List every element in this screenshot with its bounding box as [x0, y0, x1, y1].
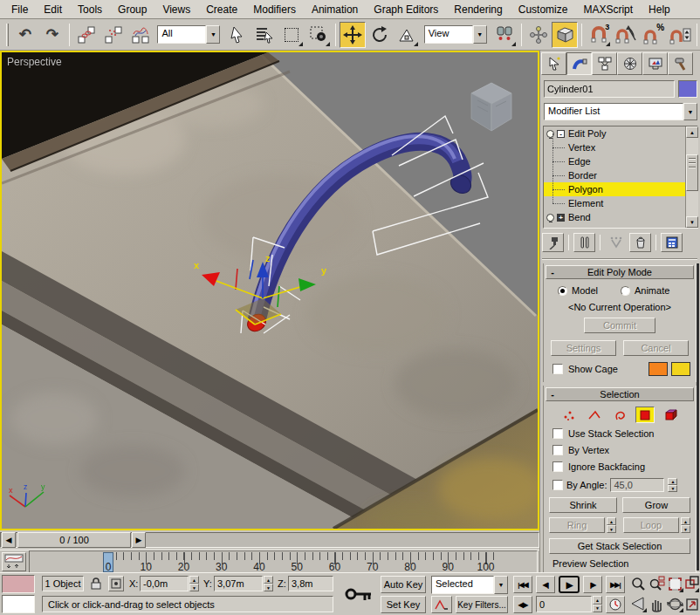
object-name-field[interactable] [544, 80, 675, 98]
window-crossing-toggle-button[interactable] [305, 22, 332, 48]
z-coordinate-field[interactable] [288, 576, 333, 591]
tab-utilities[interactable] [668, 52, 693, 75]
viewport-label[interactable]: Perspective [7, 56, 62, 68]
settings-button[interactable]: Settings [551, 340, 616, 356]
zoom-extents-button[interactable] [667, 576, 684, 593]
stack-scrollbar[interactable]: ▲ ▼ [685, 126, 698, 228]
menu-maxscript[interactable]: MAXScript [575, 1, 641, 18]
stack-item-border[interactable]: Border [544, 168, 697, 182]
x-spinner[interactable]: ▲▼ [189, 576, 199, 591]
show-cage-checkbox[interactable] [552, 364, 563, 374]
loop-spinner[interactable]: ▲▼ [681, 517, 690, 533]
angle-snap-toggle-button[interactable] [613, 22, 639, 48]
object-color-swatch[interactable] [678, 80, 697, 98]
macro-recorder-listener[interactable] [2, 575, 35, 593]
vertex-subobject-button[interactable] [559, 407, 579, 423]
select-by-name-button[interactable] [251, 22, 278, 48]
shrink-button[interactable]: Shrink [549, 497, 617, 513]
unlink-selection-button[interactable] [100, 22, 127, 48]
bind-to-space-warp-button[interactable] [127, 22, 154, 48]
select-and-rotate-button[interactable] [367, 22, 393, 48]
snaps-toggle-button[interactable]: 3 [586, 22, 612, 48]
current-frame-field[interactable] [536, 596, 592, 612]
previous-frame-button[interactable]: ◀| [536, 576, 555, 593]
auto-key-button[interactable]: Auto Key [381, 576, 426, 593]
zoom-all-button[interactable] [649, 576, 666, 593]
stack-scroll-up[interactable]: ▲ [686, 126, 698, 138]
expand-collapse-toggle[interactable]: + [557, 214, 565, 222]
tab-hierarchy[interactable] [592, 52, 617, 75]
menu-modifiers[interactable]: Modifiers [245, 1, 304, 18]
set-key-button[interactable]: Set Key [381, 596, 426, 613]
border-subobject-button[interactable] [610, 407, 629, 423]
default-tangent-button[interactable] [431, 596, 452, 613]
next-frame-button[interactable]: |▶ [583, 576, 602, 593]
absolute-offset-mode-toggle[interactable] [108, 576, 124, 591]
use-pivot-point-center-button[interactable] [491, 22, 518, 48]
select-and-move-button[interactable] [340, 22, 366, 48]
menu-help[interactable]: Help [641, 1, 678, 18]
commit-button[interactable]: Commit [584, 318, 655, 333]
remove-modifier-button[interactable] [629, 233, 651, 252]
next-frame-arrow[interactable]: ▶ [132, 532, 146, 548]
modifier-list-arrow[interactable]: ▼ [683, 103, 697, 120]
menu-group[interactable]: Group [110, 1, 154, 18]
ring-spinner[interactable]: ▲▼ [607, 517, 616, 533]
reference-coordinate-system-dropdown[interactable]: View ▼ [424, 25, 487, 44]
ring-button[interactable]: Ring [549, 517, 605, 533]
maxscript-mini-listener[interactable] [2, 595, 35, 613]
zoom-extents-all-button[interactable] [685, 576, 700, 593]
cage-color-swatch[interactable] [649, 362, 668, 376]
spinner-snap-toggle-button[interactable] [667, 22, 693, 48]
selection-rollout-title[interactable]: - Selection [546, 387, 694, 401]
stack-scroll-thumb[interactable] [686, 154, 698, 191]
play-button[interactable]: ▶ [559, 576, 580, 593]
radio-animate-dot[interactable] [621, 286, 630, 296]
pan-button[interactable] [649, 596, 666, 613]
tab-motion[interactable] [617, 52, 642, 75]
checkbox-box[interactable] [552, 428, 563, 439]
command-panel-scrollbar[interactable] [697, 263, 699, 571]
checkbox-box[interactable] [552, 445, 563, 455]
select-and-scale-button[interactable] [394, 22, 420, 48]
cancel-button[interactable]: Cancel [623, 340, 689, 356]
key-filter-dropdown[interactable]: Selected ▼ [431, 576, 508, 594]
by-angle-spinner[interactable]: ▲▼ [668, 478, 677, 492]
menu-animation[interactable]: Animation [304, 1, 366, 18]
selection-filter-dropdown[interactable]: All ▼ [157, 25, 220, 44]
key-filter-arrow[interactable]: ▼ [494, 576, 508, 594]
radio-animate[interactable]: Animate [621, 285, 669, 296]
make-unique-button[interactable] [605, 233, 627, 252]
menu-create[interactable]: Create [198, 1, 245, 18]
expand-collapse-toggle[interactable]: - [557, 130, 565, 138]
menu-edit[interactable]: Edit [36, 1, 70, 18]
rectangular-selection-region-button[interactable] [278, 22, 305, 48]
menu-views[interactable]: Views [154, 1, 198, 18]
stack-item-polygon[interactable]: Polygon [544, 182, 697, 196]
selection-filter-arrow[interactable]: ▼ [206, 25, 220, 44]
open-mini-curve-editor-button[interactable] [2, 552, 26, 571]
stack-item-vertex[interactable]: Vertex [544, 140, 697, 154]
percent-snap-toggle-button[interactable]: % [640, 22, 666, 48]
by-angle-field[interactable] [610, 478, 664, 492]
get-stack-selection-button[interactable]: Get Stack Selection [549, 538, 690, 554]
show-end-result-button[interactable] [573, 233, 595, 252]
previous-frame-arrow[interactable]: ◀ [2, 532, 16, 548]
checkbox-row-by-vertex[interactable]: By Vertex [552, 444, 694, 456]
pin-stack-button[interactable] [542, 233, 564, 252]
coordinate-system-arrow[interactable]: ▼ [473, 25, 487, 44]
radio-model[interactable]: Model [558, 285, 598, 296]
configure-modifier-sets-button[interactable] [661, 233, 683, 252]
arc-rotate-button[interactable] [667, 596, 684, 613]
tab-create[interactable] [541, 52, 566, 75]
tab-modify[interactable] [566, 52, 592, 75]
edge-subobject-button[interactable] [585, 407, 604, 423]
set-keys-button[interactable] [340, 575, 377, 613]
grow-button[interactable]: Grow [622, 497, 690, 513]
menu-graph-editors[interactable]: Graph Editors [366, 1, 446, 18]
go-to-end-button[interactable]: ▶▶| [606, 576, 625, 593]
stack-item-element[interactable]: Element [544, 196, 697, 210]
x-coordinate-field[interactable] [140, 576, 189, 591]
radio-model-dot[interactable] [558, 286, 567, 296]
zoom-button[interactable] [630, 576, 648, 593]
